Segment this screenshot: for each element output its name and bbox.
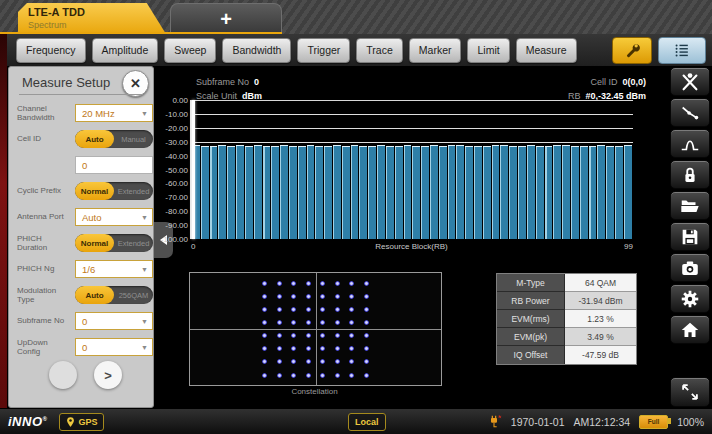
constellation-point (277, 320, 282, 325)
constellation-point (335, 333, 340, 338)
constellation-point (364, 373, 369, 378)
rb-power-bar (201, 146, 209, 240)
new-tab-button[interactable]: + (170, 3, 282, 34)
antenna-port-dropdown[interactable]: Auto▼ (75, 208, 153, 226)
toggle-off-option[interactable]: Extended (114, 182, 153, 200)
rb-power-bar (307, 145, 315, 239)
constellation-point (335, 359, 340, 364)
rb-power-bar (474, 146, 482, 239)
result-label: EVM(pk) (497, 328, 565, 346)
phich-duration-toggle[interactable]: NormalExtended (75, 234, 153, 252)
constellation-label: Constellation (189, 387, 440, 396)
menu-button-trace[interactable]: Trace (356, 38, 402, 63)
prev-page-button[interactable] (49, 361, 77, 389)
toggle-on-option[interactable]: Normal (75, 234, 114, 252)
gps-badge[interactable]: GPS (59, 413, 104, 431)
rb-power-bar (439, 146, 447, 239)
rb-power-bar (289, 146, 297, 239)
y-axis-tick: -90.00 (152, 221, 188, 230)
menu-list-button[interactable] (658, 37, 706, 64)
fullscreen-icon (679, 381, 701, 403)
menu-button-frequency[interactable]: Frequency (16, 38, 86, 63)
lock-button[interactable] (670, 160, 710, 189)
result-value: 1.23 % (565, 310, 636, 328)
menu-button-trigger[interactable]: Trigger (297, 38, 350, 63)
menu-button-bandwidth[interactable]: Bandwidth (222, 38, 291, 63)
constellation-point (320, 373, 325, 378)
dropdown-value: 1/6 (82, 264, 141, 275)
next-page-button[interactable]: > (94, 361, 122, 389)
power-adapter-icon (486, 414, 502, 430)
screenshot-button[interactable] (670, 253, 710, 282)
result-value: 64 QAM (565, 274, 636, 292)
tools-button[interactable] (670, 67, 710, 96)
utility-wrench-button[interactable] (612, 37, 652, 64)
toggle-off-option[interactable]: Manual (114, 130, 153, 148)
menu-button-marker[interactable]: Marker (409, 38, 462, 63)
menu-button-sweep[interactable]: Sweep (164, 38, 216, 63)
menu-button-limit[interactable]: Limit (467, 38, 509, 63)
tab-lte-a-tdd-spectrum[interactable]: LTE-A TDD Spectrum (18, 3, 166, 34)
cyclic-prefix-toggle[interactable]: NormalExtended (75, 182, 153, 200)
y-axis-tick: -60.00 (152, 179, 188, 188)
menu-button-measure[interactable]: Measure (516, 38, 577, 63)
cell-id-toggle[interactable]: AutoManual (75, 130, 153, 148)
rb-power-bar (254, 145, 262, 239)
marker-button[interactable] (670, 98, 710, 127)
open-file-button[interactable] (670, 191, 710, 220)
close-button[interactable]: ✕ (122, 70, 149, 97)
x-axis-max: 99 (608, 242, 633, 251)
constellation-point (320, 307, 325, 312)
constellation-point (291, 346, 296, 351)
tab-title: LTE-A TDD (28, 6, 166, 20)
constellation-point (306, 359, 311, 364)
local-mode-badge[interactable]: Local (348, 413, 386, 431)
rb-power-bar (456, 145, 464, 239)
menu-button-amplitude[interactable]: Amplitude (92, 38, 159, 63)
home-button[interactable] (670, 315, 710, 344)
settings-button[interactable] (670, 284, 710, 313)
rb-power-bar (536, 146, 544, 240)
result-value: -31.94 dBm (565, 292, 636, 310)
constellation-point (277, 333, 282, 338)
toggle-on-option[interactable]: Normal (75, 182, 114, 200)
constellation-point (306, 333, 311, 338)
y-axis-tick: -100.00 (152, 235, 188, 244)
result-label: EVM(rms) (497, 310, 565, 328)
constellation-point (262, 373, 267, 378)
rb-power-bar (333, 145, 341, 239)
channel-bandwidth-dropdown[interactable]: 20 MHz▼ (75, 104, 153, 122)
updown-config-dropdown[interactable]: 0▼ (75, 338, 153, 356)
phich-ng-dropdown[interactable]: 1/6▼ (75, 260, 153, 278)
rb-power-bar (263, 146, 271, 239)
constellation-point (335, 346, 340, 351)
battery-icon: Full (639, 415, 668, 429)
modulation-type-toggle[interactable]: Auto256QAM (75, 286, 153, 304)
fullscreen-button[interactable] (670, 377, 710, 407)
toggle-off-option[interactable]: 256QAM (114, 286, 153, 304)
peak-trace-button[interactable] (670, 129, 710, 158)
subframe-no-dropdown[interactable]: 0▼ (75, 312, 153, 330)
local-label: Local (355, 417, 379, 427)
cell-id-input[interactable]: 0 (75, 156, 153, 174)
constellation-point (320, 281, 325, 286)
constellation-point (277, 359, 282, 364)
constellation-haxis (190, 329, 441, 330)
setup-row-phich-ng: PHICH Ng1/6▼ (17, 256, 153, 282)
toggle-on-option[interactable]: Auto (75, 286, 114, 304)
save-button[interactable] (670, 222, 710, 251)
rb0-marker-line[interactable] (192, 100, 195, 239)
screen-left-edge (0, 34, 7, 408)
chevron-down-icon: ▼ (141, 344, 148, 351)
inno-logo: iNNO® (8, 414, 47, 429)
result-row-rb-power: RB Power-31.94 dBm (497, 292, 636, 310)
constellation-point (306, 373, 311, 378)
constellation-point (291, 281, 296, 286)
field-label: UpDown Config (17, 338, 67, 356)
toggle-on-option[interactable]: Auto (75, 130, 114, 148)
toggle-off-option[interactable]: Extended (114, 234, 153, 252)
field-control: NormalExtended (75, 234, 153, 252)
chevron-down-icon: ▼ (141, 318, 148, 325)
constellation-point (306, 281, 311, 286)
battery-label: Full (648, 418, 660, 425)
